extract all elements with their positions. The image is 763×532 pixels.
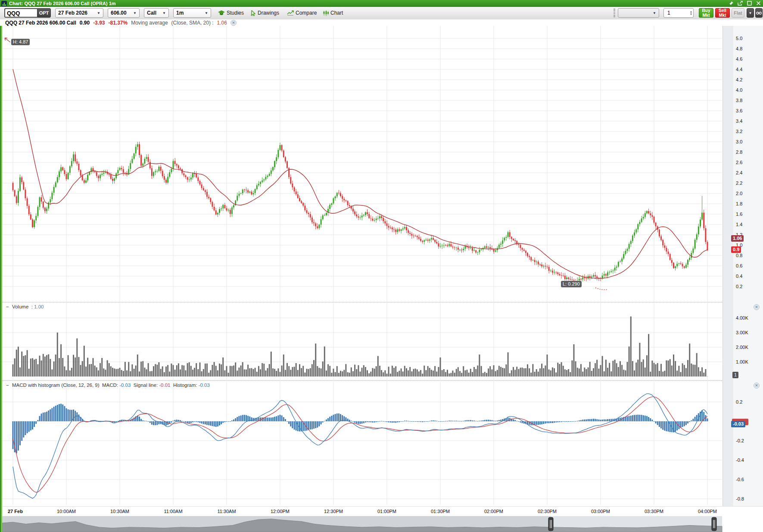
compare-icon <box>287 10 294 16</box>
histogram-value: -0.03 <box>199 383 210 388</box>
call-put-dropdown[interactable]: Call▼ <box>144 8 169 18</box>
strike-value: 606.00 <box>111 10 127 16</box>
nav-left-handle[interactable] <box>548 517 553 531</box>
time-tick-label: 02:00PM <box>484 509 503 514</box>
chevron-down-icon: ▼ <box>205 11 208 15</box>
price-tick-label: 4.6 <box>736 56 742 62</box>
price-tick-label: 3.0 <box>736 139 742 144</box>
legend-change-pct: -81.37% <box>108 20 128 26</box>
chevron-down-icon: ▼ <box>97 11 100 15</box>
window-title-bar[interactable]: Chart: QQQ 27 Feb 2026 606.00 Call (OPRA… <box>0 0 763 7</box>
time-scrollbar[interactable] <box>0 516 763 532</box>
quantity-stepper[interactable]: 1 ▲▼ <box>663 8 694 18</box>
chevron-down-icon: ▼ <box>162 11 166 15</box>
price-tick-label: 0.2 <box>736 284 742 289</box>
time-axis[interactable]: 27 Feb10:00AM10:30AM11:00AM11:30AM12:00P… <box>0 506 763 516</box>
price-tick-label: 4.8 <box>736 46 742 51</box>
legend-ma-value: 1.06 <box>217 20 227 26</box>
close-volume-pane-icon[interactable]: ✕ <box>754 304 760 310</box>
macd-tick-label: -0.6 <box>736 477 744 482</box>
time-tick-label: 11:30AM <box>217 509 236 514</box>
macd-params: (Close, 12, 26, 9) <box>61 383 99 388</box>
time-tick-label: 03:00PM <box>591 509 610 514</box>
candlestick-icon <box>323 10 329 16</box>
price-tick-label: 5.0 <box>736 36 742 41</box>
drawings-button[interactable]: Drawings <box>248 8 282 18</box>
app-chart-icon <box>1 1 7 6</box>
chevron-down-icon: ▼ <box>653 11 656 15</box>
collapse-pane-icon[interactable]: − <box>6 383 9 388</box>
buy-mkt-label: Buy Mkt <box>701 8 711 18</box>
price-tick-label: 2.2 <box>736 180 742 186</box>
price-tick-label: 1.6 <box>736 212 742 217</box>
flat-label: Flat <box>734 10 742 16</box>
maximize-icon[interactable] <box>746 0 752 6</box>
time-tick-label: 10:00AM <box>57 509 76 514</box>
gadget-edge-strip <box>0 26 2 532</box>
compare-label: Compare <box>296 10 317 16</box>
histogram-label: Histogram: <box>173 383 197 388</box>
volume-value: 1.00 <box>34 304 44 309</box>
price-tick-label: 3.6 <box>736 108 742 113</box>
macd-pane-header: − MACD with histogram (Close, 12, 26, 9)… <box>6 383 210 388</box>
pane-divider[interactable] <box>0 380 722 381</box>
time-tick-label: 02:30PM <box>538 509 557 514</box>
price-tick-label: 2.6 <box>736 160 742 165</box>
macd-tick-label: -0.4 <box>736 457 744 463</box>
strike-dropdown[interactable]: 606.00▼ <box>108 8 140 18</box>
price-tick-label: 4.0 <box>736 87 742 93</box>
signal-value: -0.01 <box>159 383 170 388</box>
macd-tick-label: -0.8 <box>736 496 744 501</box>
time-tick-label: 03:30PM <box>645 509 663 514</box>
pane-divider[interactable] <box>0 302 722 302</box>
sell-mkt-label: Sell Mkt <box>717 8 728 18</box>
time-tick-label: 12:30PM <box>324 509 343 514</box>
expiry-dropdown[interactable]: 27 Feb 2026▼ <box>55 8 103 18</box>
macd-value-tag: -0.03 <box>731 421 745 427</box>
volume-tick-label: 3.00K <box>736 330 748 335</box>
order-more-dropdown[interactable]: ▼ <box>747 8 754 18</box>
chart-type-button[interactable]: Chart <box>321 8 346 18</box>
opt-badge[interactable]: OPT <box>37 8 51 18</box>
price-tick-label: 1.4 <box>736 222 742 227</box>
link-icon[interactable] <box>755 8 763 18</box>
day-high-tag: H: 4.87 <box>11 39 30 45</box>
volume-pane-header: − Volume : 1.00 <box>6 304 44 309</box>
time-tick-label: 10:30AM <box>110 509 129 514</box>
macd-tick-label: 0.2 <box>736 399 742 404</box>
price-tick-label: 2.4 <box>736 170 742 175</box>
order-template-dropdown[interactable]: ▼ <box>618 8 659 18</box>
chevron-down-icon: ▼ <box>133 11 137 15</box>
close-icon[interactable] <box>755 0 761 6</box>
flat-button[interactable]: Flat <box>732 8 744 18</box>
collapse-pane-icon[interactable]: − <box>6 304 9 309</box>
right-axis-column[interactable] <box>723 26 763 506</box>
compare-button[interactable]: Compare <box>284 8 319 18</box>
buy-mkt-button[interactable]: Buy Mkt <box>699 8 713 18</box>
time-tick-label: 04:00PM <box>698 509 717 514</box>
symbol-input[interactable] <box>4 8 37 18</box>
legend-last-price: 0.90 <box>80 20 90 26</box>
price-tick-label: 0.8 <box>736 253 742 258</box>
toolbar: OPT 27 Feb 2026▼ 606.00▼ Call▼ 1m▼ Studi… <box>0 7 763 20</box>
sell-mkt-button[interactable]: Sell Mkt <box>715 8 730 18</box>
export-icon[interactable] <box>737 0 743 6</box>
spinner-arrows-icon[interactable]: ▲▼ <box>690 10 692 16</box>
volume-tick-label: 2.00K <box>736 345 748 350</box>
window-title: Chart: QQQ 27 Feb 2026 606.00 Call (OPRA… <box>9 1 116 6</box>
volume-tick-label: 1.00K <box>736 359 748 364</box>
studies-button[interactable]: Studies <box>215 8 246 18</box>
price-tick-label: 2.8 <box>736 149 742 155</box>
close-macd-pane-icon[interactable]: ✕ <box>754 383 760 389</box>
nav-right-handle[interactable] <box>712 517 716 531</box>
price-chart-canvas[interactable] <box>0 26 763 532</box>
interval-dropdown[interactable]: 1m▼ <box>173 8 211 18</box>
volume-last-tag: 1 <box>732 372 738 378</box>
remove-study-icon[interactable]: ✕ <box>230 20 237 26</box>
pin-icon[interactable] <box>728 0 734 6</box>
toolbar-drag-handle[interactable] <box>614 9 615 17</box>
time-tick-label: 01:00PM <box>377 509 396 514</box>
price-tick-label: 4.4 <box>736 67 742 72</box>
time-tick-label: 11:00AM <box>164 509 182 514</box>
price-tick-label: 3.8 <box>736 98 742 103</box>
